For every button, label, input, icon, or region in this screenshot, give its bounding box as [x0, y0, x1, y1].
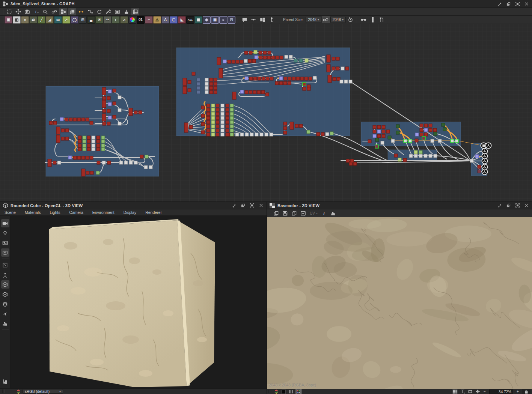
graph-node[interactable] [270, 77, 273, 80]
graph-node[interactable] [240, 60, 243, 63]
graph-node[interactable] [382, 130, 385, 133]
graph-node[interactable] [144, 165, 148, 169]
graph-node[interactable] [236, 60, 239, 63]
graph-node[interactable] [478, 170, 481, 173]
graph-node[interactable] [398, 158, 401, 161]
graph-node[interactable] [221, 120, 224, 124]
graph-node[interactable] [345, 67, 349, 70]
graph-node[interactable] [81, 118, 85, 121]
graph-node[interactable] [414, 150, 417, 154]
hsl-node[interactable] [128, 16, 136, 24]
graph-node[interactable] [368, 140, 371, 143]
graph-node[interactable] [216, 116, 219, 120]
graph-node[interactable] [223, 60, 226, 63]
graph-node[interactable] [303, 87, 306, 90]
cube-icon[interactable] [1, 280, 9, 289]
graph-node[interactable] [81, 156, 85, 159]
graph-node[interactable] [415, 133, 419, 136]
graph-node[interactable] [87, 144, 90, 147]
graph-node[interactable] [65, 137, 69, 140]
graph-node[interactable] [230, 125, 234, 128]
text-node[interactable]: A [161, 16, 169, 24]
graph-node[interactable] [217, 57, 221, 65]
graph-node[interactable] [230, 104, 234, 107]
graph-node[interactable] [263, 56, 267, 59]
graph-node[interactable] [283, 131, 287, 134]
menu-lights[interactable]: Lights [45, 209, 65, 215]
view2d-titlebar[interactable]: Basecolor - 2D VIEW [267, 202, 532, 209]
graph-node[interactable] [230, 120, 234, 124]
graph-node[interactable] [209, 82, 213, 86]
graph-node[interactable] [90, 171, 93, 174]
graph-node[interactable] [211, 116, 215, 120]
graph-node[interactable] [422, 137, 425, 140]
graph-node[interactable] [129, 161, 133, 164]
axes-icon[interactable] [1, 271, 9, 279]
copy-image-icon[interactable] [272, 210, 280, 217]
graph-node[interactable] [249, 51, 252, 54]
graph-node[interactable] [443, 128, 446, 131]
graph-node[interactable] [86, 156, 89, 159]
capture-icon[interactable] [1, 248, 9, 257]
graph-node[interactable] [258, 77, 261, 80]
graph-node[interactable] [260, 133, 263, 136]
graph-node[interactable] [344, 80, 348, 83]
graph-node[interactable] [134, 161, 137, 164]
wrench-icon[interactable] [104, 8, 112, 15]
graph-node[interactable] [266, 77, 269, 80]
graph-node[interactable] [391, 139, 395, 143]
frame-grid-icon[interactable] [131, 8, 139, 15]
view3d-titlebar[interactable]: Rounded Cube - OpenGL - 3D VIEW [0, 202, 267, 209]
cleaner-icon[interactable] [122, 8, 130, 15]
uv-grid-icon[interactable] [1, 261, 9, 269]
graph-node[interactable] [375, 138, 379, 141]
unlink-icon[interactable] [50, 8, 58, 15]
graph-node[interactable] [375, 145, 378, 148]
graph-node[interactable] [341, 67, 344, 70]
menu-scene[interactable]: Scene [0, 209, 20, 215]
graph-node[interactable] [201, 122, 205, 126]
frame-fit-icon[interactable] [468, 389, 473, 394]
graph-node[interactable] [409, 154, 413, 158]
graph-node[interactable] [226, 133, 229, 136]
graph-node[interactable] [431, 139, 434, 143]
fx-box-node[interactable]: ▣ [211, 16, 219, 24]
stack-align-icon[interactable] [368, 16, 377, 23]
graph-node[interactable] [388, 136, 391, 139]
graph-node[interactable] [65, 118, 68, 121]
graph-node[interactable] [73, 118, 77, 121]
graph-node[interactable] [97, 161, 100, 164]
graph-node[interactable] [118, 122, 121, 125]
menu-materials[interactable]: Materials [20, 209, 45, 215]
graph-node[interactable] [48, 159, 51, 167]
graph-node[interactable] [96, 147, 100, 151]
graph-node[interactable] [235, 133, 239, 136]
graph-node[interactable] [102, 114, 106, 121]
graph-node[interactable] [244, 51, 248, 54]
graph-node[interactable] [92, 140, 95, 143]
graph-node[interactable] [289, 55, 292, 59]
graph-node[interactable] [49, 121, 53, 125]
graph-node[interactable] [57, 161, 61, 164]
graph-node[interactable] [408, 139, 412, 143]
color-layers-icon[interactable] [16, 389, 21, 394]
subgraph-icon[interactable] [258, 16, 267, 23]
graph-node[interactable] [214, 86, 217, 90]
graph-node[interactable] [249, 90, 252, 94]
viewport-3d[interactable] [11, 216, 267, 388]
fill-node[interactable]: ◣ [178, 16, 186, 24]
graph-node[interactable] [201, 131, 205, 134]
output-node[interactable] [482, 169, 488, 175]
graph-node[interactable] [377, 134, 381, 138]
graph-node[interactable] [230, 129, 234, 132]
graph-node[interactable] [240, 133, 244, 136]
parent-width-select[interactable]: 2048▾ [306, 17, 321, 23]
viewport-2d[interactable]: 2048 x 2048 (RGBA, 8bpc) [267, 217, 532, 389]
zoom-out-button[interactable]: − [483, 389, 487, 394]
maximize-window-icon[interactable] [515, 203, 520, 208]
info-icon[interactable]: i [32, 8, 40, 15]
graph-node[interactable] [209, 90, 213, 94]
float-window-icon[interactable] [506, 1, 511, 6]
graph-node[interactable] [61, 137, 65, 140]
graph-node[interactable] [201, 114, 205, 117]
